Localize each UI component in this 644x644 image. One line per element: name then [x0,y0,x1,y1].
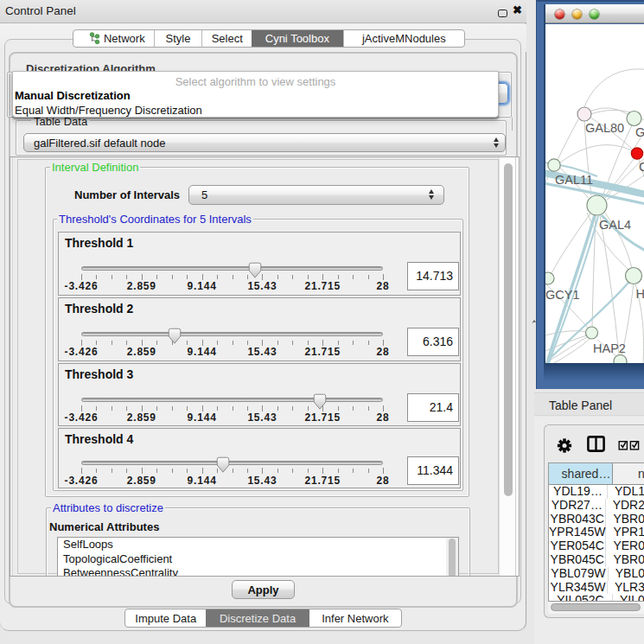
svg-text:GAL11: GAL11 [555,173,593,187]
svg-text:GA: GA [635,125,644,139]
svg-text:GCY1: GCY1 [545,288,580,302]
svg-text:GAL4: GAL4 [599,218,631,232]
svg-text:C: C [639,160,644,174]
svg-text:HA: HA [636,287,644,301]
svg-text:HAP2: HAP2 [593,341,626,355]
svg-text:GAL80: GAL80 [585,121,624,135]
